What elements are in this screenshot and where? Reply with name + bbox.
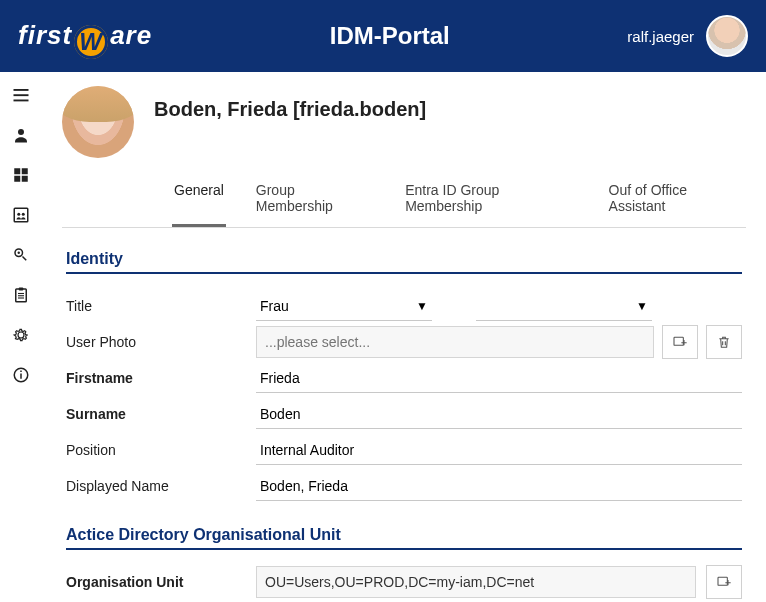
userphoto-delete-button[interactable]: [706, 325, 742, 359]
tab-entra-group-membership[interactable]: Entra ID Group Membership: [403, 172, 578, 227]
chevron-down-icon: ▼: [636, 299, 648, 313]
clipboard-icon[interactable]: [12, 286, 30, 304]
portal-title: IDM-Portal: [152, 22, 627, 50]
displayed-name-label: Displayed Name: [66, 478, 244, 494]
svg-rect-20: [20, 371, 22, 373]
subject-photo: [62, 86, 134, 158]
userphoto-input[interactable]: [256, 326, 654, 358]
userphoto-label: User Photo: [66, 334, 244, 350]
displayed-name-input[interactable]: [256, 471, 742, 501]
svg-rect-2: [14, 100, 29, 102]
svg-point-9: [17, 213, 20, 216]
logo-prefix: first: [18, 20, 72, 51]
user-icon[interactable]: [12, 126, 30, 144]
userphoto-browse-button[interactable]: [662, 325, 698, 359]
side-nav: [0, 72, 42, 602]
svg-point-12: [18, 252, 20, 254]
grid-icon[interactable]: [12, 166, 30, 184]
tab-group-membership[interactable]: Group Membership: [254, 172, 375, 227]
svg-rect-22: [718, 577, 727, 585]
tab-general[interactable]: General: [172, 172, 226, 227]
logo-w-badge: W: [74, 25, 108, 59]
app-header: first W are IDM-Portal ralf.jaeger: [0, 0, 766, 72]
svg-rect-8: [14, 208, 28, 222]
svg-rect-7: [22, 176, 28, 182]
page-title: Boden, Frieda [frieda.boden]: [154, 86, 426, 121]
svg-rect-1: [14, 94, 29, 96]
title-select-value: Frau: [260, 298, 289, 314]
svg-rect-4: [14, 168, 20, 174]
svg-rect-6: [14, 176, 20, 182]
settings-gear-small-icon[interactable]: [12, 246, 30, 264]
svg-rect-5: [22, 168, 28, 174]
menu-icon[interactable]: [12, 86, 30, 104]
ou-label: Organisation Unit: [66, 574, 244, 590]
chevron-down-icon: ▼: [416, 299, 428, 313]
main-content: Boden, Frieda [frieda.boden] General Gro…: [42, 72, 766, 602]
ou-section: Actice Directory Organisational Unit Org…: [66, 526, 742, 600]
form-scroll-area[interactable]: Identity Title Frau ▼ ▼: [62, 228, 746, 602]
tab-out-of-office[interactable]: Ouf of Office Assistant: [607, 172, 746, 227]
current-username: ralf.jaeger: [627, 28, 694, 45]
current-user-avatar[interactable]: [706, 15, 748, 57]
ou-input[interactable]: [256, 566, 696, 598]
brand-logo: first W are: [18, 19, 152, 53]
surname-label: Surname: [66, 406, 244, 422]
svg-rect-19: [20, 374, 22, 379]
svg-rect-21: [674, 337, 683, 345]
svg-rect-0: [14, 89, 29, 91]
svg-point-3: [18, 129, 24, 135]
identity-heading: Identity: [66, 250, 742, 274]
title-select[interactable]: Frau ▼: [256, 291, 432, 321]
title-label: Title: [66, 298, 244, 314]
position-label: Position: [66, 442, 244, 458]
settings-icon[interactable]: [12, 326, 30, 344]
position-input[interactable]: [256, 435, 742, 465]
identity-section: Identity Title Frau ▼ ▼: [66, 250, 742, 504]
svg-point-10: [22, 213, 25, 216]
tab-bar: General Group Membership Entra ID Group …: [62, 172, 746, 228]
firstname-input[interactable]: [256, 363, 742, 393]
ou-heading: Actice Directory Organisational Unit: [66, 526, 742, 550]
firstname-label: Firstname: [66, 370, 244, 386]
svg-rect-14: [19, 288, 24, 291]
surname-input[interactable]: [256, 399, 742, 429]
logo-suffix: are: [110, 20, 152, 51]
ou-browse-button[interactable]: [706, 565, 742, 599]
org-icon[interactable]: [12, 206, 30, 224]
current-user-area[interactable]: ralf.jaeger: [627, 15, 748, 57]
info-icon[interactable]: [12, 366, 30, 384]
title-select-secondary[interactable]: ▼: [476, 291, 652, 321]
